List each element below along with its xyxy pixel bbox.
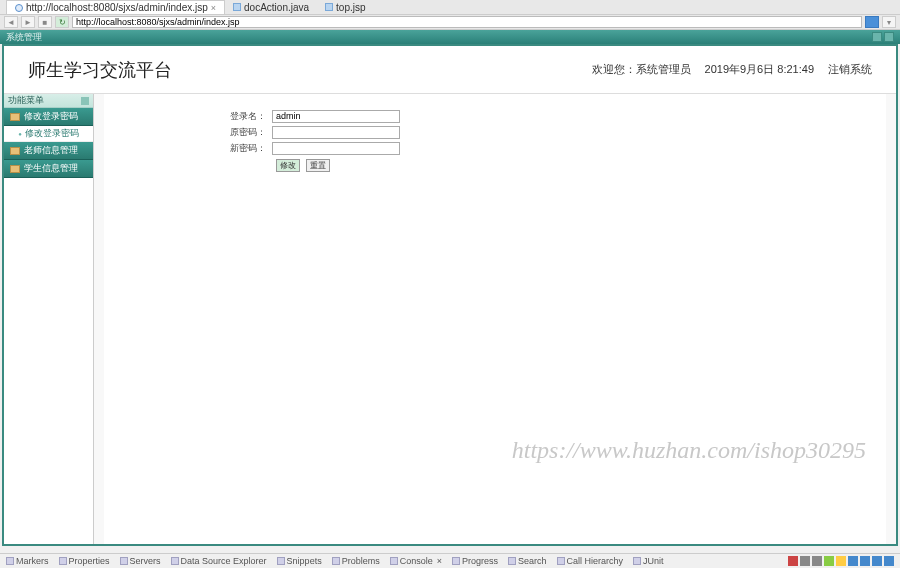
ide-views: Markers Properties Servers Data Source E…	[6, 556, 664, 566]
sidebar-subitem-password[interactable]: 修改登录密码	[4, 126, 93, 142]
welcome-bar: 欢迎您：系统管理员 2019年9月6日 8:21:49 注销系统	[592, 62, 872, 77]
collapse-icon[interactable]	[81, 97, 89, 105]
sidebar-item-label: 修改登录密码	[24, 110, 78, 123]
junit-icon	[633, 557, 641, 565]
window-title: 系统管理	[6, 31, 42, 44]
sidebar-subitem-label: 修改登录密码	[25, 127, 79, 140]
form-row-username: 登录名：	[104, 108, 886, 124]
new-password-input[interactable]	[272, 142, 400, 155]
view-servers[interactable]: Servers	[120, 556, 161, 566]
ide-tab-label: http://localhost:8080/sjxs/admin/index.j…	[26, 2, 208, 13]
close-icon[interactable]: ×	[437, 556, 442, 566]
welcome-datetime: 2019年9月6日 8:21:49	[705, 62, 814, 77]
markers-icon	[6, 557, 14, 565]
minimize-button[interactable]	[872, 32, 882, 42]
ide-action-icons	[788, 556, 894, 566]
ide-tab-bar: http://localhost:8080/sjxs/admin/index.j…	[0, 0, 900, 15]
form-row-oldpw: 原密码：	[104, 124, 886, 140]
folder-icon	[10, 113, 20, 121]
ide-tab-label: top.jsp	[336, 2, 365, 13]
progress-icon	[452, 557, 460, 565]
folder-icon	[10, 165, 20, 173]
app-header: 师生学习交流平台 欢迎您：系统管理员 2019年9月6日 8:21:49 注销系…	[4, 46, 896, 94]
view-snippets[interactable]: Snippets	[277, 556, 322, 566]
go-button[interactable]	[865, 16, 879, 28]
min-icon[interactable]	[872, 556, 882, 566]
window-title-bar: 系统管理	[0, 30, 900, 44]
old-password-input[interactable]	[272, 126, 400, 139]
ide-tab-label: docAction.java	[244, 2, 309, 13]
sidebar-item-student[interactable]: 学生信息管理	[4, 160, 93, 178]
content-panel: 登录名： 原密码： 新密码： 修改 重置 https://www.huzhan.…	[104, 94, 886, 544]
view-properties[interactable]: Properties	[59, 556, 110, 566]
maximize-button[interactable]	[884, 32, 894, 42]
app-body: 功能菜单 修改登录密码 修改登录密码 老师信息管理 学生信息管理 登录名：	[4, 94, 896, 544]
stop-button[interactable]: ■	[38, 16, 52, 28]
oldpw-label: 原密码：	[104, 126, 272, 139]
ide-tab-java[interactable]: docAction.java	[225, 0, 317, 14]
app-frame: 师生学习交流平台 欢迎您：系统管理员 2019年9月6日 8:21:49 注销系…	[2, 44, 898, 546]
sidebar-header: 功能菜单	[4, 94, 93, 108]
watermark: https://www.huzhan.com/ishop30295	[512, 437, 866, 464]
app-title: 师生学习交流平台	[28, 58, 172, 82]
view-progress[interactable]: Progress	[452, 556, 498, 566]
sidebar-item-password[interactable]: 修改登录密码	[4, 108, 93, 126]
pin-icon[interactable]	[836, 556, 846, 566]
browser-menu-button[interactable]: ▾	[882, 16, 896, 28]
ide-bottom-bar: Markers Properties Servers Data Source E…	[0, 553, 900, 568]
newpw-label: 新密码：	[104, 142, 272, 155]
view-callhierarchy[interactable]: Call Hierarchy	[557, 556, 624, 566]
properties-icon	[59, 557, 67, 565]
close-icon[interactable]: ×	[211, 3, 216, 13]
url-input[interactable]	[72, 16, 862, 28]
sidebar-item-label: 老师信息管理	[24, 144, 78, 157]
username-label: 登录名：	[104, 110, 272, 123]
terminate-icon[interactable]	[788, 556, 798, 566]
open-console-icon[interactable]	[860, 556, 870, 566]
console-icon	[390, 557, 398, 565]
forward-button[interactable]: ►	[21, 16, 35, 28]
problems-icon	[332, 557, 340, 565]
globe-icon	[15, 4, 23, 12]
view-problems[interactable]: Problems	[332, 556, 380, 566]
view-datasource[interactable]: Data Source Explorer	[171, 556, 267, 566]
datasource-icon	[171, 557, 179, 565]
remove-all-icon[interactable]	[812, 556, 822, 566]
java-icon	[325, 3, 333, 11]
sidebar-item-label: 学生信息管理	[24, 162, 78, 175]
folder-icon	[10, 147, 20, 155]
ide-tab-topjsp[interactable]: top.jsp	[317, 0, 373, 14]
view-markers[interactable]: Markers	[6, 556, 49, 566]
ide-tab-jsp[interactable]: http://localhost:8080/sjxs/admin/index.j…	[6, 0, 225, 14]
sidebar-header-label: 功能菜单	[8, 94, 44, 107]
view-search[interactable]: Search	[508, 556, 547, 566]
display-icon[interactable]	[848, 556, 858, 566]
welcome-greet: 欢迎您：系统管理员	[592, 62, 691, 77]
back-button[interactable]: ◄	[4, 16, 18, 28]
logout-link[interactable]: 注销系统	[828, 62, 872, 77]
view-junit[interactable]: JUnit	[633, 556, 664, 566]
view-console[interactable]: Console×	[390, 556, 442, 566]
sidebar: 功能菜单 修改登录密码 修改登录密码 老师信息管理 学生信息管理	[4, 94, 94, 544]
search-icon	[508, 557, 516, 565]
username-input[interactable]	[272, 110, 400, 123]
reset-button[interactable]: 重置	[306, 159, 330, 172]
refresh-button[interactable]: ↻	[55, 16, 69, 28]
callhierarchy-icon	[557, 557, 565, 565]
sidebar-item-teacher[interactable]: 老师信息管理	[4, 142, 93, 160]
form-button-row: 修改 重置	[104, 159, 886, 172]
servers-icon	[120, 557, 128, 565]
remove-icon[interactable]	[800, 556, 810, 566]
browser-toolbar: ◄ ► ■ ↻ ▾	[0, 15, 900, 30]
max-icon[interactable]	[884, 556, 894, 566]
java-icon	[233, 3, 241, 11]
snippets-icon	[277, 557, 285, 565]
scroll-lock-icon[interactable]	[824, 556, 834, 566]
submit-button[interactable]: 修改	[276, 159, 300, 172]
form-row-newpw: 新密码：	[104, 140, 886, 156]
window-controls	[872, 32, 894, 42]
